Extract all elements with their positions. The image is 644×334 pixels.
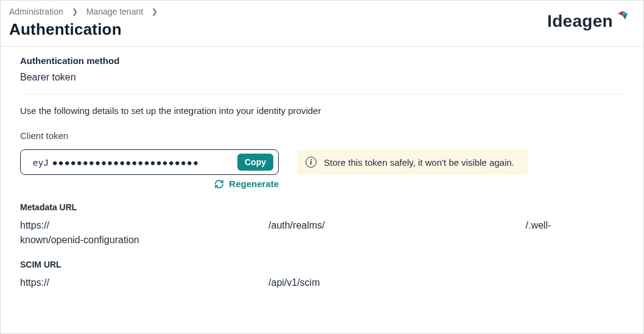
content-area: Authentication method Bearer token Use t…	[1, 47, 643, 311]
scim-url-label: SCIM URL	[20, 260, 624, 269]
metadata-url-label: Metadata URL	[20, 202, 624, 212]
breadcrumb-manage-tenant[interactable]: Manage tenant	[86, 7, 143, 16]
token-safety-info: i Store this token safely, it won't be v…	[297, 149, 528, 175]
svg-marker-0	[618, 11, 623, 16]
breadcrumb: Administration ❯ Manage tenant ❯	[9, 7, 158, 16]
chevron-right-icon: ❯	[72, 7, 78, 16]
regenerate-label: Regenerate	[229, 179, 279, 189]
page-title: Authentication	[9, 20, 158, 39]
client-token-field[interactable]: eyJ ●●●●●●●●●●●●●●●●●●●●●●●● Copy	[20, 149, 279, 175]
copy-token-button[interactable]: Copy	[237, 154, 273, 171]
section-divider	[20, 94, 624, 94]
brand-logo: Ideagen	[547, 12, 629, 31]
auth-method-label: Authentication method	[20, 55, 624, 66]
metadata-url-value: https:///auth/realms//.well- known/openi…	[20, 218, 624, 247]
breadcrumb-administration[interactable]: Administration	[9, 7, 63, 16]
token-safety-text: Store this token safely, it won't be vis…	[324, 157, 514, 168]
auth-method-value: Bearer token	[20, 72, 624, 83]
chevron-right-icon: ❯	[152, 7, 158, 16]
info-icon: i	[306, 157, 317, 168]
client-token-value: eyJ ●●●●●●●●●●●●●●●●●●●●●●●●	[33, 157, 237, 168]
refresh-icon	[214, 179, 224, 189]
regenerate-token-button[interactable]: Regenerate	[214, 179, 279, 189]
integration-instruction: Use the following details to set up the …	[20, 105, 624, 116]
scim-url-value: https:///api/v1/scim	[20, 275, 624, 290]
brand-logo-mark-icon	[617, 10, 629, 23]
page-header: Administration ❯ Manage tenant ❯ Authent…	[1, 1, 643, 47]
brand-logo-text: Ideagen	[547, 12, 613, 31]
client-token-label: Client token	[20, 130, 624, 141]
